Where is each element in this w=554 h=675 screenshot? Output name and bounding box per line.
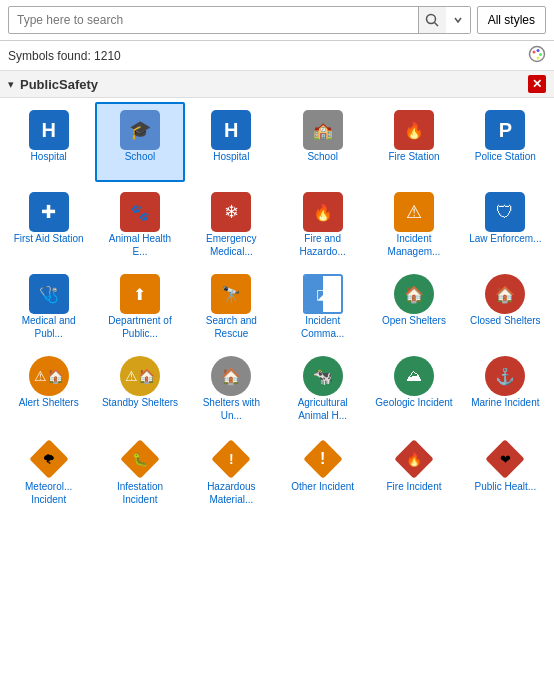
search-input[interactable] bbox=[9, 13, 418, 27]
palette-icon-svg bbox=[528, 45, 546, 63]
symbol-icon-4: 🔥 bbox=[394, 110, 434, 150]
status-bar: Symbols found: 1210 bbox=[0, 41, 554, 70]
symbol-icon-18: ⚠🏠 bbox=[29, 356, 69, 396]
symbol-icon-20: 🏠 bbox=[211, 356, 251, 396]
symbol-label-16: Open Shelters bbox=[382, 314, 446, 327]
symbol-item-26[interactable]: ! Hazardous Material... bbox=[187, 430, 276, 512]
symbol-item-15[interactable]: ◪ Incident Comma... bbox=[278, 266, 367, 346]
symbol-item-9[interactable]: 🔥Fire and Hazardo... bbox=[278, 184, 367, 264]
svg-point-6 bbox=[537, 57, 540, 60]
symbol-item-17[interactable]: 🏠Closed Shelters bbox=[461, 266, 550, 346]
symbol-item-10[interactable]: ⚠Incident Managem... bbox=[369, 184, 458, 264]
symbol-icon-13: ⬆ bbox=[120, 274, 160, 314]
symbol-icon-16: 🏠 bbox=[394, 274, 434, 314]
symbol-item-24[interactable]: 🌪 Meteorol... Incident bbox=[4, 430, 93, 512]
svg-point-4 bbox=[537, 49, 540, 52]
symbol-item-8[interactable]: ❄Emergency Medical... bbox=[187, 184, 276, 264]
symbol-icon-10: ⚠ bbox=[394, 192, 434, 232]
search-icon bbox=[425, 13, 439, 27]
symbol-icon-28: 🔥 bbox=[393, 438, 435, 480]
symbol-label-25: Infestation Incident bbox=[100, 480, 180, 506]
symbol-icon-17: 🏠 bbox=[485, 274, 525, 314]
search-box[interactable] bbox=[8, 6, 471, 34]
symbols-count: 1210 bbox=[94, 49, 121, 63]
symbol-label-10: Incident Managem... bbox=[374, 232, 454, 258]
symbol-item-13[interactable]: ⬆Department of Public... bbox=[95, 266, 184, 346]
symbol-label-12: Medical and Publ... bbox=[9, 314, 89, 340]
symbol-icon-6: ✚ bbox=[29, 192, 69, 232]
symbol-item-14[interactable]: 🔭Search and Rescue bbox=[187, 266, 276, 346]
symbol-item-25[interactable]: 🐛 Infestation Incident bbox=[95, 430, 184, 512]
symbol-icon-3: 🏫 bbox=[303, 110, 343, 150]
symbol-label-3: School bbox=[307, 150, 338, 163]
symbol-item-2[interactable]: HHospital bbox=[187, 102, 276, 182]
symbol-icon-0: H bbox=[29, 110, 69, 150]
symbol-icon-15: ◪ bbox=[303, 274, 343, 314]
symbol-label-24: Meteorol... Incident bbox=[9, 480, 89, 506]
symbol-item-5[interactable]: PPolice Station bbox=[461, 102, 550, 182]
symbol-item-1[interactable]: 🎓School bbox=[95, 102, 184, 182]
category-header: ▾ PublicSafety ✕ bbox=[0, 70, 554, 98]
symbol-label-14: Search and Rescue bbox=[191, 314, 271, 340]
symbol-item-3[interactable]: 🏫School bbox=[278, 102, 367, 182]
symbol-item-11[interactable]: 🛡Law Enforcem... bbox=[461, 184, 550, 264]
symbol-item-23[interactable]: ⚓Marine Incident bbox=[461, 348, 550, 428]
symbol-item-12[interactable]: 🩺Medical and Publ... bbox=[4, 266, 93, 346]
symbol-icon-14: 🔭 bbox=[211, 274, 251, 314]
symbol-icon-8: ❄ bbox=[211, 192, 251, 232]
symbol-icon-1: 🎓 bbox=[120, 110, 160, 150]
search-button[interactable] bbox=[418, 7, 446, 33]
symbol-item-6[interactable]: ✚First Aid Station bbox=[4, 184, 93, 264]
chevron-down-icon bbox=[453, 15, 463, 25]
symbols-grid: HHospital🎓SchoolHHospital🏫School🔥Fire St… bbox=[0, 98, 554, 516]
symbol-item-0[interactable]: HHospital bbox=[4, 102, 93, 182]
category-toggle[interactable]: ▾ bbox=[8, 78, 14, 91]
symbol-label-8: Emergency Medical... bbox=[191, 232, 271, 258]
symbol-item-20[interactable]: 🏠Shelters with Un... bbox=[187, 348, 276, 428]
symbol-label-18: Alert Shelters bbox=[19, 396, 79, 409]
symbol-label-5: Police Station bbox=[475, 150, 536, 163]
symbol-icon-9: 🔥 bbox=[303, 192, 343, 232]
symbol-label-1: School bbox=[125, 150, 156, 163]
symbol-item-27[interactable]: ! Other Incident bbox=[278, 430, 367, 512]
symbol-label-17: Closed Shelters bbox=[470, 314, 541, 327]
symbol-icon-7: 🐾 bbox=[120, 192, 160, 232]
symbol-item-29[interactable]: ❤ Public Healt... bbox=[461, 430, 550, 512]
symbol-icon-11: 🛡 bbox=[485, 192, 525, 232]
symbol-label-11: Law Enforcem... bbox=[469, 232, 541, 245]
palette-icon[interactable] bbox=[528, 45, 546, 66]
symbol-label-0: Hospital bbox=[31, 150, 67, 163]
symbol-item-16[interactable]: 🏠Open Shelters bbox=[369, 266, 458, 346]
svg-line-1 bbox=[435, 23, 439, 27]
symbol-item-28[interactable]: 🔥 Fire Incident bbox=[369, 430, 458, 512]
symbol-item-18[interactable]: ⚠🏠Alert Shelters bbox=[4, 348, 93, 428]
symbol-label-22: Geologic Incident bbox=[375, 396, 452, 409]
svg-point-2 bbox=[530, 47, 545, 62]
symbol-item-7[interactable]: 🐾Animal Health E... bbox=[95, 184, 184, 264]
symbol-icon-25: 🐛 bbox=[119, 438, 161, 480]
symbol-icon-29: ❤ bbox=[484, 438, 526, 480]
close-category-button[interactable]: ✕ bbox=[528, 75, 546, 93]
top-bar: All styles bbox=[0, 0, 554, 41]
symbol-label-21: Agricultural Animal H... bbox=[283, 396, 363, 422]
symbol-label-4: Fire Station bbox=[388, 150, 439, 163]
symbol-label-23: Marine Incident bbox=[471, 396, 539, 409]
symbol-label-20: Shelters with Un... bbox=[191, 396, 271, 422]
symbol-icon-12: 🩺 bbox=[29, 274, 69, 314]
style-filter-button[interactable]: All styles bbox=[477, 6, 546, 34]
symbol-item-4[interactable]: 🔥Fire Station bbox=[369, 102, 458, 182]
svg-point-5 bbox=[539, 53, 542, 56]
search-dropdown-button[interactable] bbox=[446, 7, 470, 33]
svg-point-3 bbox=[533, 51, 536, 54]
symbol-label-9: Fire and Hazardo... bbox=[283, 232, 363, 258]
symbol-label-26: Hazardous Material... bbox=[191, 480, 271, 506]
symbol-item-19[interactable]: ⚠🏠Standby Shelters bbox=[95, 348, 184, 428]
symbol-icon-26: ! bbox=[210, 438, 252, 480]
symbol-item-22[interactable]: ⛰Geologic Incident bbox=[369, 348, 458, 428]
symbol-icon-5: P bbox=[485, 110, 525, 150]
symbol-label-28: Fire Incident bbox=[386, 480, 441, 493]
symbol-label-13: Department of Public... bbox=[100, 314, 180, 340]
symbol-icon-21: 🐄 bbox=[303, 356, 343, 396]
symbol-label-15: Incident Comma... bbox=[283, 314, 363, 340]
symbol-item-21[interactable]: 🐄Agricultural Animal H... bbox=[278, 348, 367, 428]
